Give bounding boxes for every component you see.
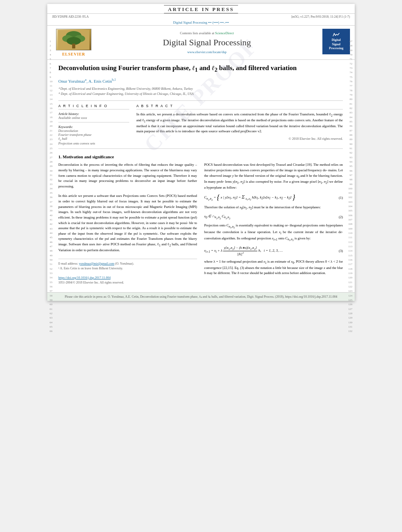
line-number-right: 126	[348, 302, 353, 307]
line-number-right: 67	[348, 39, 353, 44]
article-in-press-banner: ARTICLE IN PRESS	[47, 4, 355, 14]
dsp-logo-block: Digital Signal Processing	[318, 29, 350, 56]
equation-2: x0 ∈ ∩n1,n2 Cn1,n2 (2)	[204, 214, 343, 220]
line-number-left: 64	[50, 321, 52, 325]
contents-label: Contents lists available at	[180, 31, 214, 35]
line-number-right: 125	[348, 298, 353, 302]
dsp-logo-line3: Processing	[329, 46, 343, 50]
meta-right: [m5G; v1.227; Pm:9/01/2018; 11:24] P.1 (…	[291, 15, 350, 19]
line-number-left: 66	[50, 329, 52, 334]
line-number-left: 59	[50, 298, 52, 302]
top-meta: JID:YDSPR AID:2230 /FLA [m5G; v1.227; Pm…	[47, 14, 355, 20]
body-cols: Deconvolution is the process of invertin…	[58, 162, 343, 285]
line-number-right: 132	[348, 329, 353, 334]
line-number-right: 129	[348, 316, 353, 320]
dsp-logo-line1: Digital	[331, 38, 341, 42]
svg-rect-5	[72, 44, 75, 48]
email-label: E-mail address:	[58, 262, 78, 265]
keywords-section: Keywords: Deconvolution Fourier transfor…	[58, 125, 129, 146]
keyword-l2: ℓ2 ball	[58, 137, 129, 142]
line-number-left: 3	[50, 48, 52, 53]
line-number-left: 65	[50, 325, 52, 329]
line-number-right: 124	[348, 294, 353, 298]
abstract-text: In this article, we present a deconvolut…	[136, 112, 343, 134]
email-line: E-mail address: yorulmaz@mir@gmail.com (…	[58, 261, 197, 266]
affiliation-b: ᵇ Dept. of Electrical and Computer Engin…	[58, 91, 343, 96]
authors: Onur Yorulmaza, A. Enis Cetinb,1	[58, 78, 343, 83]
line-number-right: 127	[348, 307, 353, 311]
abstract-col: A B S T R A C T In this article, we pres…	[136, 104, 343, 146]
main-content: Deconvolution using Fourier transform ph…	[47, 60, 355, 289]
math-l1: ℓ	[192, 65, 195, 71]
line-number-left: 60	[50, 302, 52, 307]
body-left-p2: In this article we present a software th…	[58, 193, 197, 253]
affiliation-a: ᵃ Dept. of Electrical and Electronics En…	[58, 86, 343, 91]
copyright-line: © 2018 Elsevier Inc. All rights reserved…	[136, 137, 343, 141]
journal-link[interactable]: Digital Signal Processing ••• (••••) •••…	[173, 20, 229, 24]
email-name: (O. Yorulmaz).	[115, 262, 134, 265]
line-number-right: 131	[348, 325, 353, 329]
body-left-p1: Deconvolution is the process of invertin…	[58, 162, 197, 189]
body-right-p1: POCS based deconvolution was first devel…	[204, 162, 343, 190]
journal-url: www.elsevier.com/locate/dsp	[187, 50, 227, 54]
footer-bar: Please cite this article in press as: O.…	[47, 292, 355, 301]
line-number-left: 57	[50, 289, 52, 293]
elsevier-tree-image	[56, 29, 91, 50]
abstract-header: A B S T R A C T	[136, 104, 343, 109]
line-number-left: 1	[50, 39, 52, 44]
eq2-number: (2)	[339, 215, 343, 219]
email-link[interactable]: yorulmaz@mir@gmail.com	[79, 262, 114, 265]
separator-line	[58, 100, 343, 101]
body-left-col: Deconvolution is the process of invertin…	[58, 162, 197, 285]
affiliations: ᵃ Dept. of Electrical and Electronics En…	[58, 86, 343, 96]
line-number-left: 62	[50, 311, 52, 316]
meta-left: JID:YDSPR AID:2230 /FLA	[52, 15, 89, 19]
body-right-col: POCS based deconvolution was first devel…	[204, 162, 343, 285]
body-right-p4: where λ = 1 for orthogonal projection an…	[204, 259, 343, 276]
line-number-left: 63	[50, 316, 52, 320]
dsp-logo: Digital Signal Processing	[322, 29, 350, 54]
elsevier-logo-block: ELSEVIER	[52, 29, 95, 56]
elsevier-label: ELSEVIER	[62, 52, 86, 56]
section1-title: 1. Motivation and significance	[58, 154, 343, 159]
info-abstract-cols: A R T I C L E I N F O Article history: A…	[58, 104, 343, 146]
equation-3: xi+1 = xi + λ y[n1,n2] − (h∗x)[n1,n2] ||…	[204, 246, 343, 256]
journal-link-bar: Digital Signal Processing ••• (••••) •••…	[47, 20, 355, 25]
equation-1: Cn1,n2 = { x | y[n1, n2] = Σ k1,k2 h[k1,…	[204, 193, 343, 202]
line-number-left: 2	[50, 44, 52, 48]
separator-line-2	[58, 148, 343, 149]
doi-link[interactable]: https://doi.org/10.1016/j.dsp.2017.11.00…	[58, 276, 110, 280]
available-label: Available online xxxx	[58, 116, 129, 120]
line-number-right: 70	[348, 53, 353, 57]
line-number-right: 68	[348, 44, 353, 48]
line-number-right: 123	[348, 289, 353, 293]
leave-note: ¹ A. Enis Cetin is on leave from Bilkent…	[58, 266, 197, 271]
body-right-p3: Projection onto Cn1,n2 is essentially eq…	[204, 223, 343, 243]
keyword-deconvolution: Deconvolution	[58, 129, 129, 133]
info-separator	[58, 122, 129, 122]
line-number-right: 128	[348, 311, 353, 316]
banner-text: ARTICLE IN PRESS	[164, 5, 238, 13]
issn-line: 1051-2004/© 2018 Elsevier Inc. All right…	[58, 280, 197, 285]
header-center: Contents lists available at ScienceDirec…	[99, 29, 315, 56]
line-number-left: 58	[50, 294, 52, 298]
sciencedirect-link[interactable]: ScienceDirect	[215, 31, 234, 35]
line-number-right: 69	[348, 48, 353, 53]
footer-text: Please cite this article in press as: O.…	[65, 295, 337, 298]
page-wrapper: ARTICLE IN PRESS JID:YDSPR AID:2230 /FLA…	[47, 4, 355, 301]
eq3-number: (3)	[339, 249, 343, 253]
article-info-header: A R T I C L E I N F O	[58, 104, 129, 109]
journal-title: Digital Signal Processing	[163, 37, 251, 48]
eq1-number: (1)	[339, 196, 343, 200]
contents-line: Contents lists available at ScienceDirec…	[180, 31, 234, 35]
body-right-p2: Therefore the solution of x0[n1, n2] mus…	[204, 205, 343, 211]
article-info-col: A R T I C L E I N F O Article history: A…	[58, 104, 129, 146]
keyword-pocs: Projection onto convex sets	[58, 141, 129, 145]
history-label: Article history:	[58, 112, 129, 116]
dsp-logo-line2: Signal	[332, 43, 340, 46]
line-number-left: 4	[50, 53, 52, 57]
keywords-label: Keywords:	[58, 125, 129, 129]
header-section: ELSEVIER Contents lists available at Sci…	[47, 25, 355, 60]
article-title: Deconvolution using Fourier transform ph…	[58, 64, 343, 74]
keyword-fourier: Fourier transform phase	[58, 133, 129, 137]
